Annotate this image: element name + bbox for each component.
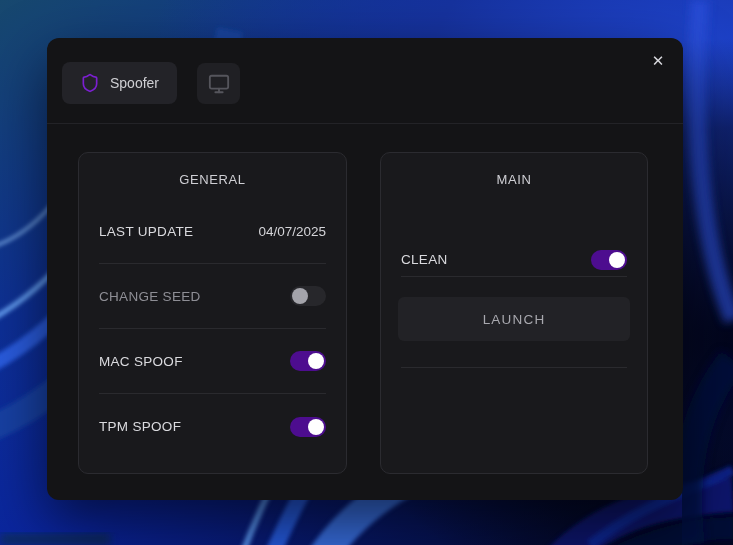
clean-toggle[interactable]	[591, 250, 627, 270]
shield-icon	[80, 73, 100, 93]
toggle-knob	[609, 252, 625, 268]
main-panel-divider	[401, 367, 627, 368]
mac-spoof-label: MAC SPOOF	[99, 354, 183, 369]
change-seed-row: CHANGE SEED	[99, 264, 326, 329]
mac-spoof-row: MAC SPOOF	[99, 329, 326, 394]
tab-monitor[interactable]	[197, 63, 240, 104]
tab-spoofer[interactable]: Spoofer	[62, 62, 177, 104]
change-seed-toggle[interactable]	[290, 286, 326, 306]
clean-row: CLEAN	[401, 243, 627, 277]
tpm-spoof-toggle[interactable]	[290, 417, 326, 437]
tpm-spoof-row: TPM SPOOF	[99, 394, 326, 459]
general-panel: GENERAL LAST UPDATE 04/07/2025 CHANGE SE…	[78, 152, 347, 474]
spoofer-app-window: ✕ Spoofer GENERAL L	[47, 38, 683, 500]
general-panel-title: GENERAL	[79, 153, 346, 199]
change-seed-label: CHANGE SEED	[99, 289, 201, 304]
tpm-spoof-label: TPM SPOOF	[99, 419, 181, 434]
clean-label: CLEAN	[401, 252, 448, 267]
tab-bar: Spoofer	[47, 38, 683, 124]
window-content: GENERAL LAST UPDATE 04/07/2025 CHANGE SE…	[47, 124, 683, 474]
last-update-row: LAST UPDATE 04/07/2025	[99, 199, 326, 264]
last-update-label: LAST UPDATE	[99, 224, 193, 239]
mac-spoof-toggle[interactable]	[290, 351, 326, 371]
last-update-value: 04/07/2025	[258, 224, 326, 239]
tab-spoofer-label: Spoofer	[110, 75, 159, 91]
toggle-knob	[308, 419, 324, 435]
main-panel: MAIN CLEAN LAUNCH	[380, 152, 648, 474]
close-icon: ✕	[652, 52, 665, 70]
launch-button[interactable]: LAUNCH	[398, 297, 630, 341]
main-panel-title: MAIN	[381, 153, 647, 199]
monitor-icon	[208, 73, 230, 95]
toggle-knob	[292, 288, 308, 304]
toggle-knob	[308, 353, 324, 369]
close-button[interactable]: ✕	[645, 48, 671, 74]
